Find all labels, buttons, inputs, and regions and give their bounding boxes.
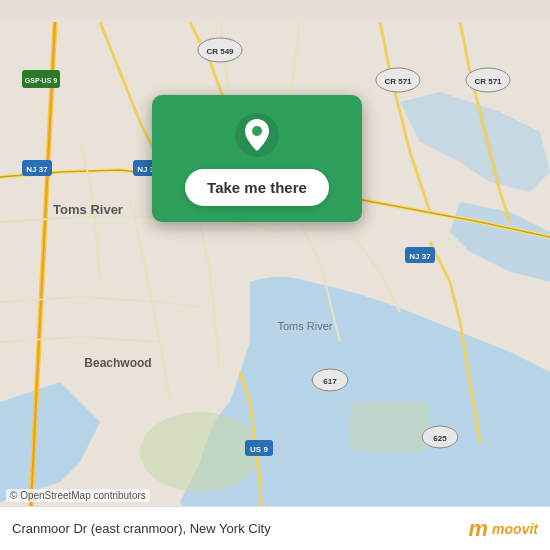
svg-text:GSP·US 9: GSP·US 9 <box>25 77 57 84</box>
svg-text:Beachwood: Beachwood <box>84 356 151 370</box>
svg-point-1 <box>140 412 260 492</box>
moovit-m-icon: m <box>469 516 489 542</box>
svg-text:US 9: US 9 <box>250 445 268 454</box>
moovit-logo: m moovit <box>469 516 538 542</box>
osm-credit: © OpenStreetMap contributors <box>6 489 150 502</box>
svg-text:625: 625 <box>433 434 447 443</box>
osm-credit-text: © OpenStreetMap contributors <box>10 490 146 501</box>
map-background: GSP·US 9 NJ 37 NJ 37 NJ 37 CR 549 CR 571… <box>0 0 550 550</box>
take-me-there-button[interactable]: Take me there <box>185 169 329 206</box>
popup-card: Take me there <box>152 95 362 222</box>
svg-point-27 <box>252 126 262 136</box>
address-text: Cranmoor Dr (east cranmoor), New York Ci… <box>12 521 271 536</box>
svg-text:CR 549: CR 549 <box>206 47 234 56</box>
bottom-bar: Cranmoor Dr (east cranmoor), New York Ci… <box>0 506 550 550</box>
svg-text:CR 571: CR 571 <box>474 77 502 86</box>
moovit-brand-text: moovit <box>492 521 538 537</box>
svg-text:Toms River: Toms River <box>53 202 123 217</box>
svg-text:NJ 37: NJ 37 <box>26 165 48 174</box>
svg-text:Toms River: Toms River <box>277 320 332 332</box>
location-pin-icon <box>235 113 279 157</box>
svg-rect-2 <box>350 402 430 452</box>
map-container: GSP·US 9 NJ 37 NJ 37 NJ 37 CR 549 CR 571… <box>0 0 550 550</box>
svg-text:CR 571: CR 571 <box>384 77 412 86</box>
svg-text:NJ 37: NJ 37 <box>409 252 431 261</box>
svg-text:617: 617 <box>323 377 337 386</box>
